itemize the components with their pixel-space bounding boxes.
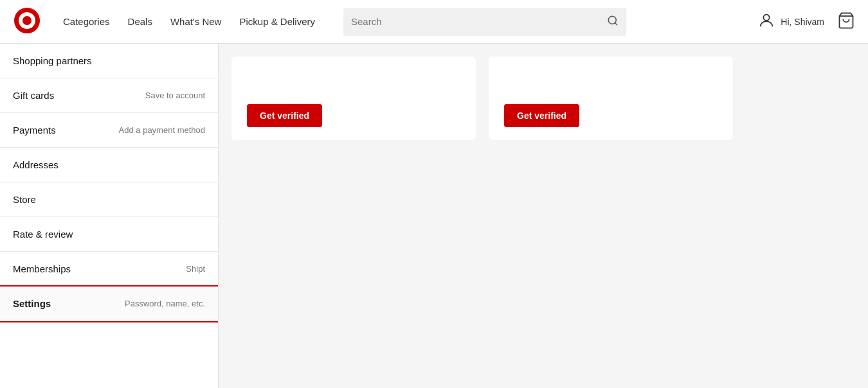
sidebar-item-shopping-partners[interactable]: Shopping partners: [0, 44, 218, 78]
user-greeting-text: Hi, Shivam: [781, 17, 824, 27]
sidebar-item-addresses[interactable]: Addresses: [0, 148, 218, 182]
sidebar-item-memberships[interactable]: Memberships Shipt: [0, 252, 218, 287]
header-right: Hi, Shivam: [757, 12, 855, 32]
get-verified-button-2[interactable]: Get verified: [504, 104, 579, 127]
sidebar-item-gift-cards[interactable]: Gift cards Save to account: [0, 78, 218, 113]
svg-point-6: [764, 15, 770, 21]
user-greeting[interactable]: Hi, Shivam: [757, 12, 824, 31]
user-icon: [757, 12, 775, 31]
sidebar: Shopping partners Gift cards Save to acc…: [0, 44, 219, 388]
verification-card-2: Get verified: [489, 57, 733, 140]
cart-button[interactable]: [837, 12, 855, 32]
verification-card-1: Get verified: [231, 57, 476, 140]
sidebar-item-store[interactable]: Store: [0, 182, 218, 217]
header: Categories Deals What's New Pickup & Del…: [0, 0, 868, 44]
search-icon: [607, 15, 619, 29]
target-logo[interactable]: [13, 6, 41, 37]
nav-categories[interactable]: Categories: [57, 11, 116, 32]
search-input[interactable]: [351, 16, 602, 27]
nav-whats-new[interactable]: What's New: [164, 11, 228, 32]
get-verified-button-1[interactable]: Get verified: [247, 104, 322, 127]
sidebar-item-payments[interactable]: Payments Add a payment method: [0, 113, 218, 148]
main-content: Get verified Get verified: [219, 44, 868, 388]
svg-point-3: [23, 16, 32, 25]
search-bar[interactable]: [343, 8, 626, 36]
sidebar-item-settings[interactable]: Settings Password, name, etc.: [0, 287, 218, 321]
nav-deals[interactable]: Deals: [122, 11, 159, 32]
main-nav: Categories Deals What's New Pickup & Del…: [57, 11, 321, 32]
sidebar-item-rate-review[interactable]: Rate & review: [0, 217, 218, 252]
cards-row: Get verified Get verified: [231, 57, 855, 140]
page-body: Shopping partners Gift cards Save to acc…: [0, 44, 868, 388]
svg-line-5: [615, 22, 617, 24]
nav-pickup-delivery[interactable]: Pickup & Delivery: [233, 11, 321, 32]
